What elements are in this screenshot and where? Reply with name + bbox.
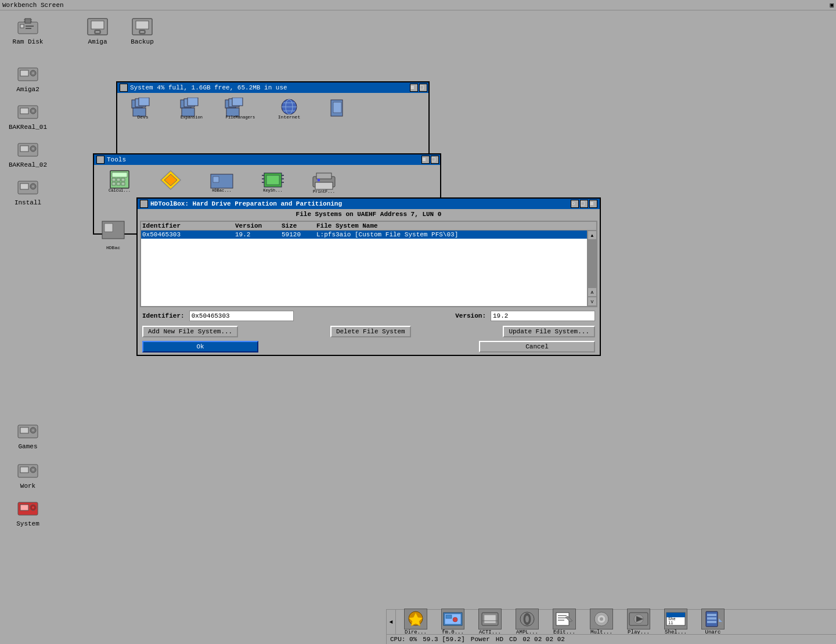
scrollbar-letter-v[interactable]: V <box>588 297 597 306</box>
amiga2-label: Amiga2 <box>16 86 39 93</box>
fs-table-body: 0x50465303 19.2 59120 L:pfs3aio [Custom … <box>141 231 596 306</box>
svg-rect-94 <box>318 179 320 181</box>
taskbar-item-fm0[interactable]: fm.0... <box>435 609 470 635</box>
tools-window-max[interactable]: □ <box>431 156 439 164</box>
scrollbar-up[interactable]: ▲ <box>588 231 597 240</box>
work-label: Work <box>20 483 35 490</box>
system-window-zoom[interactable]: ≡ <box>410 84 418 92</box>
desktop-icon-work[interactable]: Work <box>5 460 51 490</box>
desktop-icon-amiga2[interactable]: Amiga2 <box>5 64 51 93</box>
system-icon-expansion[interactable]: Expansion <box>168 98 215 120</box>
dialog-fields: Identifier: Version: <box>138 308 600 323</box>
desktop-icon-system[interactable]: System <box>5 498 51 527</box>
taskbar-item-acti[interactable]: ACTI... <box>473 609 507 635</box>
taskbar-item-edit[interactable]: Edit... <box>547 609 582 635</box>
row-name: L:pfs3aio [Custom File System PFS\03] <box>316 231 586 238</box>
taskbar-arrow[interactable]: ◄ <box>387 610 396 634</box>
power-status: Power <box>471 636 490 643</box>
system-icon-filemanagers[interactable]: FileManagers <box>217 98 264 120</box>
cancel-button[interactable]: Cancel <box>479 341 595 352</box>
fs-table-rows: 0x50465303 19.2 59120 L:pfs3aio [Custom … <box>141 231 587 306</box>
svg-rect-126 <box>707 614 716 616</box>
taskbar-item-dire[interactable]: Dire... <box>398 609 433 635</box>
tools-window-titlebar[interactable]: Tools ≡ □ <box>94 154 440 165</box>
cpu-status: CPU: 0% <box>390 636 417 643</box>
svg-rect-72 <box>121 178 125 181</box>
hdtoolbox-titlebar[interactable]: HDToolBox: Hard Drive Preparation and Pa… <box>138 199 600 209</box>
dire-icon <box>404 609 427 629</box>
system-window-close[interactable] <box>120 84 128 92</box>
svg-point-44 <box>32 506 34 509</box>
screen-control[interactable]: ▣ <box>830 1 834 9</box>
system-window-title: System 4% full, 1.6GB free, 65.2MB in us… <box>130 84 287 91</box>
taskbar-item-shel[interactable]: She ll Shel... <box>658 609 693 635</box>
svg-rect-42 <box>20 505 28 510</box>
hdtoolbox-close[interactable] <box>140 200 148 208</box>
edit-icon <box>553 609 576 629</box>
delete-filesystem-button[interactable]: Delete File System <box>330 326 411 337</box>
svg-rect-26 <box>20 146 28 152</box>
install-label: Install <box>15 199 41 206</box>
scrollbar-letter-a[interactable]: A <box>588 287 597 297</box>
fs-table-scrollbar[interactable]: ▲ A V <box>587 231 596 306</box>
fs-table-row[interactable]: 0x50465303 19.2 59120 L:pfs3aio [Custom … <box>141 231 587 239</box>
tools-window-zoom[interactable]: ≡ <box>421 156 430 164</box>
desktop-icon-games[interactable]: Games <box>5 421 51 450</box>
svg-text:Devs: Devs <box>137 114 148 120</box>
svg-rect-1 <box>20 24 24 28</box>
taskbar-main: ◄ Dire... <box>387 610 836 634</box>
taskbar-item-unarc[interactable]: Unarc <box>696 609 730 635</box>
taskbar-item-ampl[interactable]: AMPL... <box>510 609 545 635</box>
ramdisk-icon <box>16 16 39 37</box>
desktop-icon-backup[interactable]: Backup <box>119 16 165 45</box>
desktop-icon-amiga[interactable]: Amiga <box>74 16 121 45</box>
svg-rect-83 <box>266 175 279 185</box>
svg-rect-16 <box>140 31 144 33</box>
svg-rect-128 <box>707 621 716 623</box>
system-icon-internet[interactable]: Internet <box>266 98 312 120</box>
desktop-icon-install[interactable]: Install <box>5 177 51 206</box>
system-icon-partial1[interactable] <box>315 98 361 120</box>
add-filesystem-button[interactable]: Add New File System... <box>142 326 238 337</box>
ok-button[interactable]: Ok <box>142 341 258 352</box>
identifier-input[interactable] <box>189 311 294 321</box>
tools-window-close[interactable] <box>96 156 105 164</box>
row-id: 0x50465303 <box>142 231 235 238</box>
svg-rect-92 <box>316 173 331 179</box>
desktop-icon-ramdisk[interactable]: Ram Disk <box>5 16 51 45</box>
taskbar: ◄ Dire... <box>386 609 836 644</box>
system-drive-icon <box>16 498 39 519</box>
system-window: System 4% full, 1.6GB free, 65.2MB in us… <box>116 81 430 157</box>
fs-table: Identifier Version Size File System Name… <box>140 221 597 307</box>
amiga-floppy-icon <box>86 16 109 37</box>
tools-icon-diamond[interactable] <box>147 170 194 193</box>
taskbar-item-play[interactable]: Play... <box>621 609 656 635</box>
svg-text:KeySh...: KeySh... <box>263 188 283 193</box>
update-filesystem-button[interactable]: Update File System... <box>503 326 595 337</box>
system-icon-devs[interactable]: Devs <box>120 98 166 120</box>
tools-icon-printer[interactable]: PrintF... <box>301 170 347 193</box>
tools-icon-calcul[interactable]: Calcul... <box>96 170 143 193</box>
desktop-icon-bakreal01[interactable]: BAKReal_01 <box>5 102 51 131</box>
hd-status: HD <box>496 636 503 643</box>
svg-point-20 <box>32 72 34 74</box>
svg-text:PrintF...: PrintF... <box>313 189 335 193</box>
svg-rect-73 <box>112 182 116 185</box>
version-input[interactable] <box>491 311 595 321</box>
hdtoolbox-btn1[interactable]: ○ <box>571 200 579 208</box>
system-window-max[interactable]: □ <box>419 84 427 92</box>
hdtoolbox-btn3[interactable]: ≡ <box>589 200 597 208</box>
svg-rect-58 <box>232 98 243 106</box>
desktop-icon-bakreal02[interactable]: BAKReal_02 <box>5 139 51 168</box>
amiga2-drive-icon <box>16 64 39 85</box>
system-window-titlebar[interactable]: System 4% full, 1.6GB free, 65.2MB in us… <box>117 82 428 93</box>
tools-icon-chip[interactable]: KeySh... <box>250 170 296 193</box>
cd-status: CD <box>509 636 517 643</box>
hdtoolbox-btn2[interactable]: □ <box>580 200 588 208</box>
fs-table-header: Identifier Version Size File System Name <box>141 222 596 231</box>
taskbar-item-mult[interactable]: Mult... <box>584 609 619 635</box>
hdtoolbox-subtitle: File Systems on UAEHF Address 7, LUN 0 <box>138 209 600 220</box>
svg-text:HDBac...: HDBac... <box>212 188 232 193</box>
tools-icon-drive[interactable]: HDBac... <box>199 170 245 193</box>
tools-window-title: Tools <box>107 156 126 163</box>
